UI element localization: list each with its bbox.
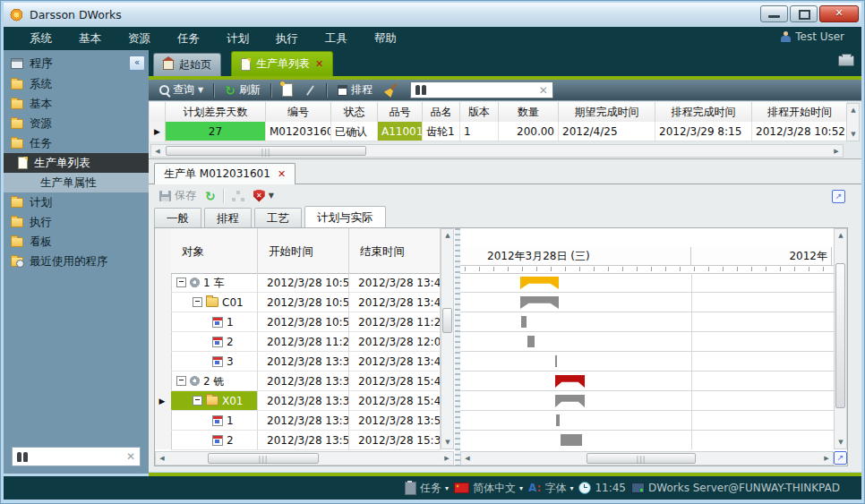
font-menu[interactable]: A 字体 ▾ xyxy=(528,481,573,496)
maximize-button[interactable] xyxy=(790,5,818,22)
scroll-down-icon[interactable]: ▼ xyxy=(441,436,454,448)
column-header[interactable]: 版本 xyxy=(460,102,499,122)
gantt-bar[interactable] xyxy=(527,336,535,347)
tab-production-order-list[interactable]: 生产单列表 ✕ xyxy=(231,51,333,76)
column-header[interactable]: 品号 xyxy=(378,102,423,122)
save-button[interactable]: 保存 xyxy=(156,188,200,203)
detail-document-tab[interactable]: 生产单 M012031601 ✕ xyxy=(154,163,295,184)
scroll-up-icon[interactable]: ▲ xyxy=(847,104,860,116)
refresh-button[interactable]: ↻ 刷新 xyxy=(221,82,264,98)
tree-column-header[interactable]: 结束时间 xyxy=(349,228,441,273)
gantt-bar[interactable] xyxy=(561,434,582,446)
expander-collapse-icon[interactable] xyxy=(176,278,186,287)
validate-button[interactable]: ✕ ▼ xyxy=(250,190,278,202)
sidebar-item[interactable]: 计划 xyxy=(4,192,149,212)
scroll-down-icon[interactable]: ▼ xyxy=(847,128,860,141)
gantt-hscroll-thumb[interactable] xyxy=(587,453,696,464)
tree-row[interactable]: X012012/3/28 13:302012/3/28 15:40 xyxy=(171,391,441,411)
edit-button[interactable] xyxy=(301,90,320,91)
grid-hscrollbar[interactable]: ◀ ▶ xyxy=(150,144,844,158)
tree-row[interactable]: 22012/3/28 13:502012/3/28 15:30 xyxy=(171,431,441,450)
close-button[interactable]: ✕ xyxy=(819,5,859,22)
column-header[interactable]: 期望完成时间 xyxy=(559,102,655,122)
menu-item-1[interactable]: 基本 xyxy=(65,31,115,47)
tree-vscroll-thumb[interactable] xyxy=(442,308,452,333)
new-button[interactable] xyxy=(278,83,296,97)
scroll-right-icon[interactable]: ▶ xyxy=(830,145,843,158)
subtab-active[interactable]: 计划与实际 xyxy=(304,206,386,227)
sidebar-search-box[interactable]: ✕ xyxy=(12,447,141,466)
column-header[interactable]: 状态 xyxy=(331,102,378,122)
toolbar-search-box[interactable]: ✕ xyxy=(410,81,553,98)
gantt-bar[interactable] xyxy=(555,355,557,367)
gantt-vscrollbar[interactable]: ▲ ▼ xyxy=(834,228,847,449)
subtab-item[interactable]: 工艺 xyxy=(254,208,302,227)
tree-row[interactable]: C012012/3/28 10:522012/3/28 13:40 xyxy=(171,293,441,312)
grid-hscroll-thumb[interactable] xyxy=(166,146,366,156)
sidebar-item[interactable]: 最近使用的程序 xyxy=(4,252,149,271)
menu-item-6[interactable]: 工具 xyxy=(312,31,361,47)
sidebar-item[interactable]: 任务 xyxy=(4,133,149,153)
language-menu[interactable]: 简体中文 ▾ xyxy=(454,481,523,496)
sidebar-item[interactable]: 生产单列表 xyxy=(4,153,149,173)
column-header[interactable]: 排程完成时间 xyxy=(655,102,752,122)
tree-vscrollbar[interactable]: ▲ ▼ xyxy=(441,228,454,449)
menu-item-7[interactable]: 帮助 xyxy=(361,31,410,47)
menu-item-2[interactable]: 资源 xyxy=(115,31,164,47)
schedule-button[interactable]: 排程 xyxy=(334,82,376,98)
sidebar-item[interactable]: 生产单属性 xyxy=(4,173,149,192)
gantt-vscroll-thumb[interactable] xyxy=(835,263,845,408)
refresh-icon[interactable]: ↻ xyxy=(205,191,216,201)
sidebar-item[interactable]: 看板 xyxy=(4,232,149,252)
grid-vscrollbar[interactable]: ▲ ▼ xyxy=(846,103,860,141)
scroll-up-icon[interactable]: ▲ xyxy=(835,229,847,242)
tree-column-header[interactable]: 对象 xyxy=(171,228,258,273)
menu-item-0[interactable]: 系统 xyxy=(16,31,65,47)
expander-collapse-icon[interactable] xyxy=(176,376,186,386)
scroll-left-icon[interactable]: ◀ xyxy=(151,145,164,158)
menu-item-4[interactable]: 计划 xyxy=(213,31,262,47)
tree-row[interactable]: 1 车2012/3/28 10:522012/3/28 13:40 xyxy=(171,273,441,293)
column-header[interactable]: 品名 xyxy=(423,102,460,122)
sidebar-search-clear-icon[interactable]: ✕ xyxy=(126,450,135,463)
routing-icon[interactable] xyxy=(232,191,244,201)
tree-row[interactable]: 12012/3/28 10:522012/3/28 11:22 xyxy=(171,312,441,332)
minimize-button[interactable] xyxy=(760,5,788,22)
tree-column-header[interactable]: 开始时间 xyxy=(258,228,349,273)
gantt-bar[interactable] xyxy=(521,316,527,328)
clear-button[interactable] xyxy=(381,83,402,98)
column-header[interactable]: 排程开始时间 xyxy=(752,102,848,122)
scroll-down-icon[interactable]: ▼ xyxy=(835,436,847,448)
tree-row[interactable]: 2 铣2012/3/28 13:302012/3/28 15:40 xyxy=(171,372,441,391)
tree-hscrollbar[interactable]: ◀ ▶ xyxy=(155,451,454,466)
sidebar-item[interactable]: 系统 xyxy=(4,74,149,94)
popout-icon[interactable]: ↗ xyxy=(832,190,845,203)
tab-home[interactable]: 起始页 xyxy=(153,53,221,76)
sidebar-item[interactable]: 基本 xyxy=(4,94,149,114)
scroll-up-icon[interactable]: ▲ xyxy=(441,229,454,242)
scroll-left-icon[interactable]: ◀ xyxy=(156,452,168,465)
menu-item-3[interactable]: 任务 xyxy=(164,31,213,47)
column-header[interactable]: 数量 xyxy=(499,102,559,122)
sidebar-item[interactable]: 执行 xyxy=(4,212,149,232)
tree-row[interactable]: 12012/3/28 13:302012/3/28 13:50 xyxy=(171,411,441,431)
query-button[interactable]: 查询 ▼ xyxy=(156,82,207,98)
scroll-left-icon[interactable]: ◀ xyxy=(461,452,474,465)
tree-row[interactable]: 22012/3/28 11:222012/3/28 12:00 xyxy=(171,332,441,352)
detail-tab-close-icon[interactable]: ✕ xyxy=(278,168,286,180)
tree-row[interactable]: 32012/3/28 13:302012/3/28 13:40 xyxy=(171,352,441,372)
scroll-right-icon[interactable]: ▶ xyxy=(441,452,453,465)
tree-hscroll-thumb[interactable] xyxy=(208,453,319,464)
expander-collapse-icon[interactable] xyxy=(193,396,202,406)
column-header[interactable]: 计划差异天数 xyxy=(166,102,266,122)
gantt-hscrollbar[interactable]: ◀ ▶ xyxy=(460,451,834,466)
expander-collapse-icon[interactable] xyxy=(193,297,202,307)
grid-data-row[interactable]: ▶27M012031601已确认A11001齿轮11200.002012/4/2… xyxy=(150,122,848,141)
menu-item-5[interactable]: 执行 xyxy=(262,31,312,47)
column-header[interactable]: 编号 xyxy=(266,102,331,122)
gantt-bar[interactable] xyxy=(556,414,560,426)
subtab-item[interactable]: 排程 xyxy=(204,208,252,227)
tab-close-icon[interactable]: ✕ xyxy=(315,58,323,70)
toolbar-search-clear-icon[interactable]: ✕ xyxy=(539,84,548,97)
sidebar-item[interactable]: 资源 xyxy=(4,114,149,133)
